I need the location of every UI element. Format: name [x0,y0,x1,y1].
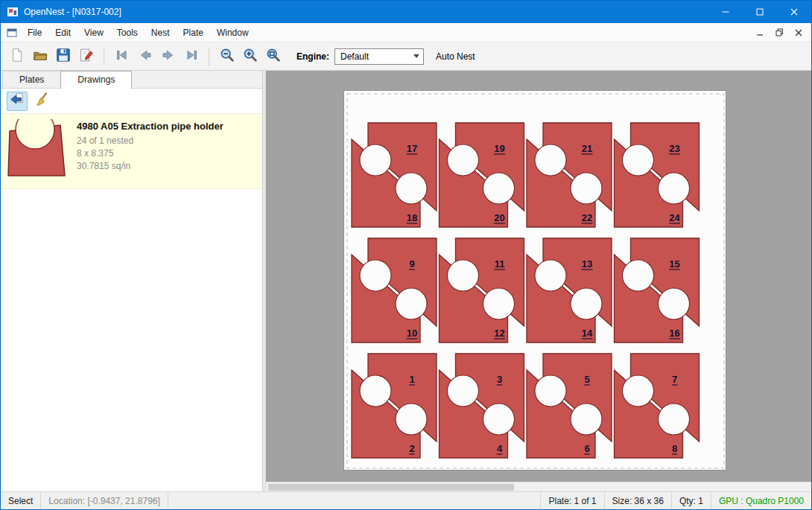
horizontal-scrollbar-thumb[interactable] [268,484,514,491]
import-drawing-button[interactable] [7,92,28,111]
pipe-cradle-cutout [448,144,479,176]
menu-item-edit[interactable]: Edit [48,24,77,42]
child-window-icon[interactable] [6,27,18,39]
menu-item-tools[interactable]: Tools [110,24,145,42]
nested-pair[interactable]: 1112 [440,238,524,342]
pipe-cradle-cutout [448,260,479,291]
pipe-cradle-cutout [659,288,690,319]
drawing-list-item[interactable]: 4980 A05 Extraction pipe holder 24 of 1 … [1,114,262,189]
nest-svg: 171819202122232491011121314151612345678 [344,91,727,471]
status-mode: Select [1,492,41,509]
menu-item-view[interactable]: View [77,24,110,42]
tab-drawings[interactable]: Drawings [60,71,132,89]
nested-pair[interactable]: 2122 [527,123,612,227]
mdi-minimize-button[interactable] [750,25,770,40]
close-button[interactable] [777,1,811,23]
pipe-cradle-cutout [360,375,391,407]
drawing-nested-count: 24 of 1 nested [77,135,223,147]
part-number: 12 [494,328,504,339]
status-qty: Qty: 1 [671,492,711,509]
nested-pair[interactable]: 34 [440,354,524,458]
chevron-down-icon [413,54,419,58]
nested-pair[interactable]: 1516 [615,238,700,342]
go-last-button[interactable] [180,45,203,68]
go-next-button[interactable] [156,45,180,68]
drawing-title: 4980 A05 Extraction pipe holder [77,121,223,132]
nested-pair[interactable]: 12 [352,354,437,458]
part-number: 2 [409,443,414,454]
save-as-button[interactable] [74,45,98,68]
zoom-fit-button[interactable] [261,45,285,68]
new-button[interactable] [5,45,28,68]
part-number: 18 [407,212,417,223]
menu-item-nest[interactable]: Nest [145,24,177,42]
open-folder-icon [32,47,48,66]
minimize-button[interactable] [708,1,743,23]
engine-label: Engine: [296,51,329,62]
broom-icon [34,92,51,111]
tab-plates[interactable]: Plates [2,71,61,88]
zoom-in-button[interactable] [238,45,261,68]
window-title: OpenNest - [N0317-002] [24,7,121,17]
menu-item-plate[interactable]: Plate [177,24,210,42]
clean-button[interactable] [32,92,53,111]
mdi-restore-button[interactable] [770,25,789,40]
zoom-fit-icon [265,47,282,66]
maximize-button[interactable] [743,1,777,23]
part-number: 4 [497,443,503,454]
zoom-out-button[interactable] [215,45,238,68]
drawing-area: 30.7815 sq/in [77,160,223,173]
drawing-size: 8 x 8.375 [77,147,223,160]
nested-pair[interactable]: 910 [352,238,437,342]
go-last-icon [183,47,200,66]
nested-pair[interactable]: 1920 [440,123,524,227]
engine-combobox[interactable]: Default [334,48,424,65]
pipe-cradle-cutout [483,288,515,319]
nested-pair[interactable]: 78 [615,354,700,458]
nested-pair[interactable]: 2324 [615,123,700,227]
part-number: 24 [669,212,680,223]
part-number: 1 [409,374,414,385]
mdi-close-button[interactable] [789,25,808,40]
horizontal-scrollbar[interactable] [266,482,811,491]
part-number: 10 [407,328,417,339]
content-area: Plates Drawings 4980 [1,71,811,491]
pipe-cradle-cutout [571,173,602,204]
status-bar: Select Location: [-0.9437, 21.8796] Plat… [1,491,811,509]
part-number: 3 [497,374,502,385]
plate[interactable]: 171819202122232491011121314151612345678 [343,90,726,471]
go-first-button[interactable] [110,45,133,68]
part-number: 16 [669,328,679,339]
pipe-cradle-cutout [483,404,515,435]
pipe-cradle-cutout [659,173,690,204]
save-button[interactable] [51,45,74,68]
part-number: 22 [582,212,592,223]
nested-pair[interactable]: 1314 [527,238,612,342]
part-number: 11 [495,258,505,270]
nested-pair[interactable]: 56 [527,354,612,458]
menu-item-file[interactable]: File [21,24,48,42]
menu-item-window[interactable]: Window [210,24,256,42]
part-number: 8 [672,443,677,454]
menu-bar: FileEditViewToolsNestPlateWindow [1,23,811,42]
pipe-cradle-cutout [396,288,427,319]
drawing-info: 4980 A05 Extraction pipe holder 24 of 1 … [77,119,223,173]
go-previous-button[interactable] [133,45,156,68]
part-thumbnail [5,119,69,183]
go-first-icon [114,47,130,66]
nested-pair[interactable]: 1718 [352,123,437,227]
open-button[interactable] [28,45,51,68]
drawings-toolbar [1,89,262,114]
part-number: 14 [582,328,593,339]
pipe-cradle-cutout [659,404,690,435]
auto-nest-label[interactable]: Auto Nest [436,51,475,62]
menu-items: FileEditViewToolsNestPlateWindow [21,24,256,42]
nest-canvas[interactable]: 171819202122232491011121314151612345678 [266,71,811,491]
go-previous-icon [137,47,153,66]
engine-value: Default [340,51,369,62]
pipe-cradle-cutout [483,173,515,204]
status-location: Location: [-0.9437, 21.8796] [41,492,168,509]
part-number: 20 [494,212,504,223]
toolbar-separator [104,48,104,66]
app-icon [7,6,19,18]
